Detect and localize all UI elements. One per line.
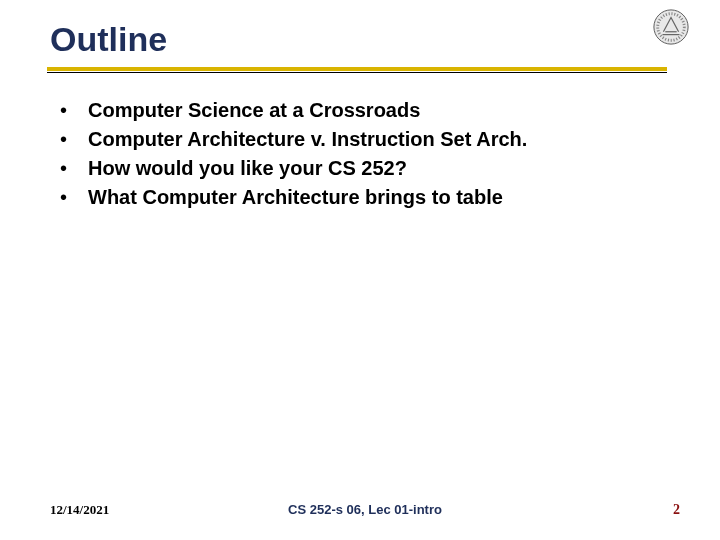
list-item: • What Computer Architecture brings to t… xyxy=(60,185,670,210)
bullet-text: Computer Science at a Crossroads xyxy=(88,98,420,123)
bullet-icon: • xyxy=(60,98,88,122)
title-underline xyxy=(47,67,667,71)
list-item: • How would you like your CS 252? xyxy=(60,156,670,181)
bullet-text: Computer Architecture v. Instruction Set… xyxy=(88,127,527,152)
bullet-text: What Computer Architecture brings to tab… xyxy=(88,185,503,210)
bullet-list: • Computer Science at a Crossroads • Com… xyxy=(60,98,670,214)
footer: 12/14/2021 CS 252-s 06, Lec 01-intro 2 xyxy=(50,502,680,518)
list-item: • Computer Architecture v. Instruction S… xyxy=(60,127,670,152)
header: Outline xyxy=(50,20,680,73)
slide: Outline • Computer Science at a Crossroa… xyxy=(0,0,720,540)
footer-center: CS 252-s 06, Lec 01-intro xyxy=(50,502,680,517)
bullet-text: How would you like your CS 252? xyxy=(88,156,407,181)
bullet-icon: • xyxy=(60,127,88,151)
bullet-icon: • xyxy=(60,185,88,209)
title-subline xyxy=(47,72,667,73)
bullet-icon: • xyxy=(60,156,88,180)
list-item: • Computer Science at a Crossroads xyxy=(60,98,670,123)
slide-title: Outline xyxy=(50,20,680,59)
